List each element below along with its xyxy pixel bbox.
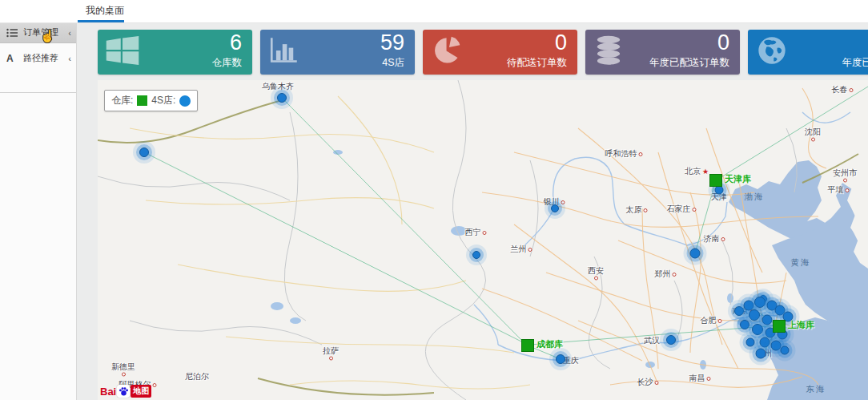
capital-star-icon: ★ xyxy=(702,168,709,175)
city-label: 济南 xyxy=(704,233,725,244)
sidebar-item-label: 订单管理 xyxy=(23,26,68,38)
database-icon xyxy=(593,34,624,70)
city-name: 济南 xyxy=(704,233,720,244)
stat-label: 4S店 xyxy=(382,56,404,70)
city-name: 安州市 xyxy=(833,168,857,179)
city-name: 北京 xyxy=(685,166,701,177)
store-marker[interactable] xyxy=(666,335,676,345)
stat-value: 6 xyxy=(230,30,242,55)
baidu-map-text: 地图 xyxy=(131,385,151,398)
city-dot-icon xyxy=(843,179,847,183)
store-marker[interactable] xyxy=(277,93,287,103)
store-marker[interactable] xyxy=(740,320,749,329)
city-dot-icon xyxy=(811,138,815,142)
map[interactable]: 仓库: 4S店: 天津库成都库上海库乌鲁木齐呼和浩特长春沈阳北京★天津石家庄太原… xyxy=(98,80,868,400)
sidebar-item-route-recommend[interactable]: A 路径推荐 ‹ xyxy=(0,48,76,68)
city-dot-icon xyxy=(655,381,659,385)
city-label: 重庆 xyxy=(563,355,579,366)
city-label: 长春 xyxy=(832,84,854,95)
tab-active-underline xyxy=(78,20,124,22)
city-dot-icon xyxy=(721,237,725,241)
store-marker[interactable] xyxy=(749,309,760,321)
sidebar: 订单管理 ‹ ☝ A 路径推荐 ‹ xyxy=(0,22,77,400)
city-name: 郑州 xyxy=(655,269,671,280)
windows-icon xyxy=(106,36,139,68)
city-label: 西宁 xyxy=(465,227,487,238)
city-label: 武汉 xyxy=(644,335,660,346)
city-dot-icon xyxy=(329,357,333,361)
store-marker[interactable] xyxy=(551,204,559,212)
warehouse-marker[interactable] xyxy=(773,320,786,333)
city-dot-icon xyxy=(718,319,722,323)
stat-value: 0 xyxy=(717,30,729,55)
store-marker[interactable] xyxy=(754,297,766,308)
map-legend: 仓库: 4S店: xyxy=(104,90,198,111)
city-label: 安州市 xyxy=(833,168,857,183)
baidu-maps-logo[interactable]: Bai 地图 xyxy=(100,385,151,398)
store-marker[interactable] xyxy=(690,248,701,259)
warehouse-swatch xyxy=(137,95,147,106)
sidebar-item-order-management[interactable]: 订单管理 ‹ ☝ xyxy=(0,22,76,43)
warehouse-label: 成都库 xyxy=(536,338,563,350)
city-label: 北京★ xyxy=(685,166,709,177)
legend-warehouse-label: 仓库: xyxy=(111,94,133,107)
city-label: 新德里 xyxy=(111,362,135,377)
city-name: 呼和浩特 xyxy=(605,148,637,160)
city-name: 西安 xyxy=(588,265,604,277)
baidu-paw-icon xyxy=(117,385,130,398)
stat-card-annual-delivered[interactable]: 0 年度已配送订单数 xyxy=(585,30,740,75)
city-label: 石家庄 xyxy=(667,204,697,215)
stat-value: 0 xyxy=(555,30,567,55)
city-name: 武汉 xyxy=(644,335,660,346)
store-marker[interactable] xyxy=(781,346,790,355)
city-label: 呼和浩特 xyxy=(605,148,643,160)
stat-card-annual-clipped[interactable]: 年度已配送 xyxy=(748,30,868,75)
stat-card-pending-orders[interactable]: 0 待配送订单数 xyxy=(423,30,577,75)
stat-value: 59 xyxy=(380,30,404,55)
warehouse-marker[interactable] xyxy=(521,339,534,352)
store-marker[interactable] xyxy=(715,186,724,195)
city-dot-icon xyxy=(122,373,126,377)
city-dot-icon xyxy=(528,248,532,252)
city-name: 平壤 xyxy=(828,184,844,196)
store-marker[interactable] xyxy=(756,349,766,359)
city-name: 西宁 xyxy=(465,227,481,238)
sidebar-item-label: 路径推荐 xyxy=(23,52,68,64)
city-name: 乌鲁木齐 xyxy=(262,81,294,92)
city-label: 太原 xyxy=(626,204,648,216)
city-dot-icon xyxy=(639,152,643,156)
warehouse-marker[interactable] xyxy=(709,174,722,187)
chevron-left-icon: ‹ xyxy=(68,28,71,38)
warehouse-label: 上海库 xyxy=(788,319,814,331)
store-marker[interactable] xyxy=(556,354,565,364)
store-marker[interactable] xyxy=(472,251,480,259)
city-label: 长沙 xyxy=(637,377,659,388)
city-dot-icon xyxy=(693,208,697,212)
store-marker[interactable] xyxy=(762,315,773,325)
city-name: 南昌 xyxy=(689,373,705,384)
store-marker[interactable] xyxy=(734,306,744,316)
store-marker[interactable] xyxy=(752,324,763,335)
pie-chart-icon xyxy=(431,35,461,69)
stat-card-4s-stores[interactable]: 59 4S店 xyxy=(260,30,415,75)
city-dot-icon xyxy=(707,377,711,381)
stat-card-row: 6 仓库数 59 4S店 0 待配送订单数 0 xyxy=(98,30,868,75)
store-marker[interactable] xyxy=(760,337,770,348)
city-name: 石家庄 xyxy=(667,204,691,215)
city-name: 长春 xyxy=(832,84,848,95)
store-marker[interactable] xyxy=(746,338,755,347)
stat-label: 年度已配送 xyxy=(842,56,868,70)
stat-label: 待配送订单数 xyxy=(507,56,567,70)
city-label: 西安 xyxy=(588,265,604,281)
store-marker[interactable] xyxy=(139,147,149,157)
city-dot-icon xyxy=(153,383,157,387)
tab-my-desktop[interactable]: 我的桌面 xyxy=(78,0,132,21)
bar-chart-icon xyxy=(268,36,300,68)
warehouse-label: 天津库 xyxy=(725,173,751,185)
city-dot-icon xyxy=(561,200,565,204)
city-label: 平壤 xyxy=(828,184,850,196)
stat-card-warehouses[interactable]: 6 仓库数 xyxy=(98,30,252,75)
sea-label: 渤海 xyxy=(745,192,765,203)
city-name: 新德里 xyxy=(111,362,135,373)
city-name: 兰州 xyxy=(511,244,527,255)
